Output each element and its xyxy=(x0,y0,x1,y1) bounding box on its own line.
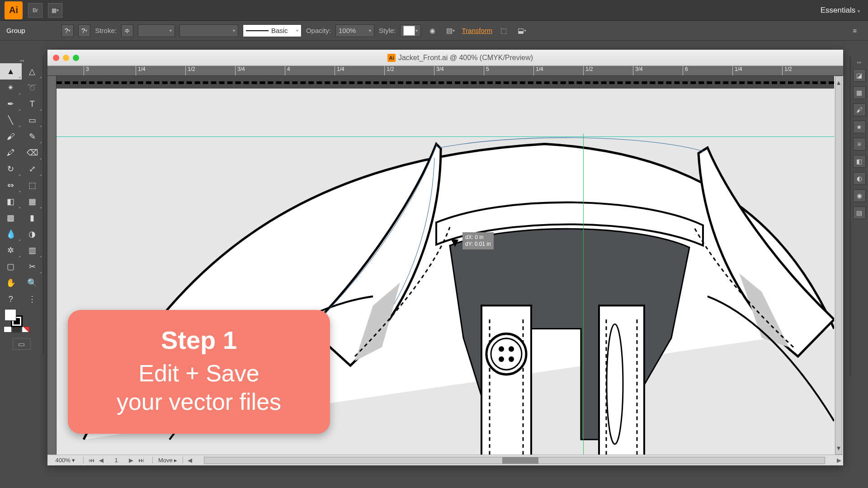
selection-tool[interactable]: ▲ xyxy=(0,63,22,80)
gradient-tool[interactable]: ▮ xyxy=(22,210,43,226)
perspective-tool[interactable]: ▦ xyxy=(22,193,43,210)
type-tool[interactable]: T xyxy=(22,96,43,112)
panel-grip-icon[interactable]: ◂◂ xyxy=(0,58,43,63)
prev-artboard-button[interactable]: ◀ xyxy=(97,457,105,464)
shape-builder-tool[interactable]: ◧ xyxy=(0,193,22,210)
color-none-icon[interactable] xyxy=(22,326,30,333)
zoom-field[interactable]: 400% ▾ xyxy=(47,457,84,464)
rectangle-tool[interactable]: ▭ xyxy=(22,112,43,128)
stroke-weight-stepper[interactable]: ≑ xyxy=(121,24,133,37)
stroke-weight-dropdown[interactable]: ▾ xyxy=(138,24,175,37)
step-line-2: your vector files xyxy=(86,388,312,416)
next-artboard-button[interactable]: ▶ xyxy=(127,457,135,464)
bridge-button[interactable]: Br xyxy=(28,3,42,18)
toggle-tool[interactable]: ⋮ xyxy=(22,291,43,307)
isolate-icon[interactable]: ⬚ xyxy=(497,24,510,37)
chevron-down-icon: ▾ xyxy=(57,8,59,13)
magic-wand-tool[interactable]: ✴ xyxy=(0,80,22,96)
pencil-tool[interactable]: ✎ xyxy=(22,128,43,145)
help-tool[interactable]: ? xyxy=(0,291,22,307)
blob-brush-tool[interactable]: 🖍 xyxy=(0,145,22,161)
mesh-tool[interactable]: ▩ xyxy=(0,210,22,226)
rotate-tool[interactable]: ↻ xyxy=(0,161,22,177)
document-title: Ai Jacket_Front.ai @ 400% (CMYK/Preview) xyxy=(387,54,533,62)
style-dropdown[interactable]: ▾ xyxy=(400,24,421,37)
ai-file-icon: Ai xyxy=(387,54,396,62)
link-help-1[interactable]: ? ▾ xyxy=(61,24,74,37)
artboard-tool[interactable]: ▢ xyxy=(0,258,22,275)
last-artboard-button[interactable]: ⏭ xyxy=(137,457,145,464)
scrollbar-horizontal[interactable] xyxy=(204,457,825,464)
fill-stroke-swatch[interactable] xyxy=(0,307,43,326)
ruler-horizontal[interactable]: 3 1/4 1/2 3/4 4 1/4 1/2 3/4 5 1/4 1/2 3/… xyxy=(47,66,843,76)
brush-name: Basic xyxy=(271,27,288,34)
app-icon-label: Ai xyxy=(9,5,18,15)
width-tool[interactable]: ⇔ xyxy=(0,177,22,193)
envelope-icon[interactable]: ⬓▾ xyxy=(515,24,528,37)
recolor-icon[interactable]: ◉ xyxy=(425,24,439,37)
status-mode[interactable]: Move ▸ xyxy=(152,457,183,464)
svg-point-5 xyxy=(499,357,504,362)
step-title: Step 1 xyxy=(86,325,312,355)
align-icon[interactable]: ▤▾ xyxy=(443,24,457,37)
opacity-label: Opacity: xyxy=(306,27,331,34)
style-swatch xyxy=(403,26,415,36)
scale-tool[interactable]: ⤢ xyxy=(22,161,43,177)
link-help-2[interactable]: ? ▾ xyxy=(78,24,90,37)
ruler-vertical[interactable] xyxy=(47,76,57,455)
stroke-profile-dropdown[interactable]: ▾ xyxy=(179,24,238,37)
scrollbar-vertical[interactable]: ▴ ▾ xyxy=(835,76,842,455)
tools-panel: ◂◂ ▲ △ ✴ ➰ ✒ T ╲ ▭ 🖌 ✎ 🖍 ⌫ ↻ ⤢ ⇔ ⬚ ◧ ▦ ▩… xyxy=(0,56,43,354)
opacity-value: 100% xyxy=(339,27,356,34)
control-menu-icon[interactable]: ≡ xyxy=(848,24,862,37)
lasso-tool[interactable]: ➰ xyxy=(22,80,43,96)
appearance-panel-icon[interactable]: ◉ xyxy=(853,189,866,202)
chevron-down-icon: ▾ xyxy=(858,9,860,14)
selection-indicator: Group xyxy=(6,27,25,34)
window-close-button[interactable] xyxy=(53,55,59,61)
zoom-tool[interactable]: 🔍 xyxy=(22,275,43,291)
free-transform-tool[interactable]: ⬚ xyxy=(22,177,43,193)
scroll-thumb[interactable] xyxy=(502,457,538,464)
fill-swatch[interactable] xyxy=(5,309,16,321)
scroll-up-icon[interactable]: ▴ xyxy=(835,78,842,87)
brush-dropdown[interactable]: Basic ▾ xyxy=(243,24,302,37)
scroll-down-icon[interactable]: ▾ xyxy=(835,444,842,452)
opacity-dropdown[interactable]: 100%▾ xyxy=(335,24,374,37)
svg-point-0 xyxy=(607,324,623,444)
color-gradient-icon[interactable] xyxy=(13,326,21,333)
status-mode-text: Move xyxy=(158,457,173,464)
workspace-switcher[interactable]: Essentials ▾ xyxy=(821,6,863,15)
eraser-tool[interactable]: ⌫ xyxy=(22,145,43,161)
workspace-label: Essentials xyxy=(821,6,855,14)
eyedropper-tool[interactable]: 💧 xyxy=(0,226,22,242)
arrange-docs-button[interactable]: ▦ ▾ xyxy=(48,3,62,18)
tutorial-step-overlay: Step 1 Edit + Save your vector files xyxy=(68,310,330,434)
step-line-1: Edit + Save xyxy=(86,359,312,387)
hand-tool[interactable]: ✋ xyxy=(0,275,22,291)
screen-mode-button[interactable]: ▭ xyxy=(13,338,31,350)
zoom-value: 400% xyxy=(56,457,71,464)
window-zoom-button[interactable] xyxy=(73,55,79,61)
app-icon[interactable]: Ai xyxy=(5,1,23,19)
window-minimize-button[interactable] xyxy=(63,55,69,61)
color-mode-row xyxy=(0,326,43,335)
transform-link[interactable]: Transform xyxy=(462,27,492,34)
svg-point-1 xyxy=(486,334,526,375)
slice-tool[interactable]: ✂ xyxy=(22,258,43,275)
paintbrush-tool[interactable]: 🖌 xyxy=(0,128,22,145)
scroll-right-icon[interactable]: ▶ xyxy=(835,457,843,464)
symbol-sprayer-tool[interactable]: ✲ xyxy=(0,242,22,258)
first-artboard-button[interactable]: ⏮ xyxy=(87,457,95,464)
stroke-label: Stroke: xyxy=(95,27,117,34)
graph-tool[interactable]: ▥ xyxy=(22,242,43,258)
layers-panel-icon[interactable]: ▤ xyxy=(853,206,866,219)
artboard-nav: ⏮ ◀ 1 ▶ ⏭ xyxy=(84,457,149,464)
blend-tool[interactable]: ◑ xyxy=(22,226,43,242)
pen-tool[interactable]: ✒ xyxy=(0,96,22,112)
color-solid-icon[interactable] xyxy=(4,326,12,333)
line-tool[interactable]: ╲ xyxy=(0,112,22,128)
artboard-number[interactable]: 1 xyxy=(107,457,125,464)
scroll-left-icon[interactable]: ◀ xyxy=(186,457,194,464)
direct-selection-tool[interactable]: △ xyxy=(22,63,43,80)
